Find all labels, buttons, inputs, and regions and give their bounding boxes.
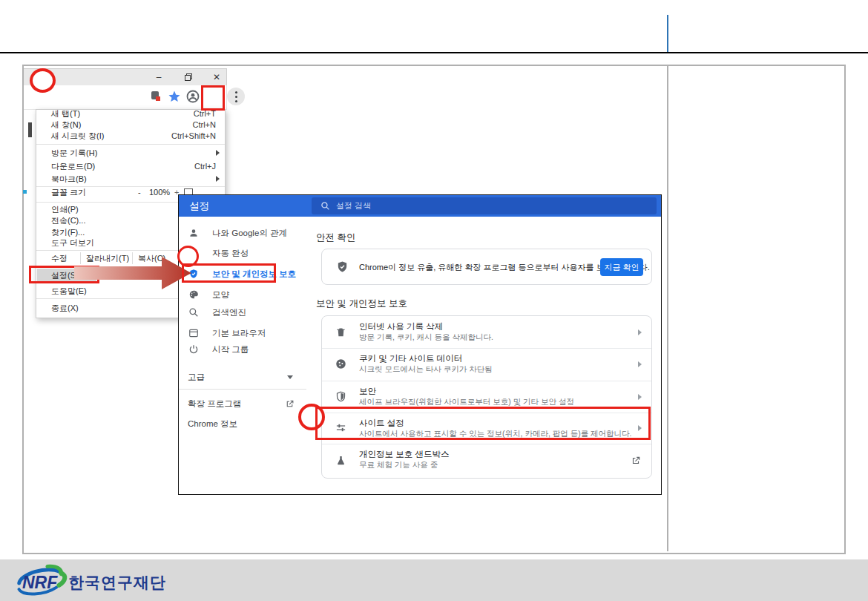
search-icon bbox=[188, 307, 199, 318]
header-rule bbox=[0, 52, 868, 53]
safety-check-heading: 안전 확인 bbox=[316, 231, 355, 244]
privacy-card: 인터넷 사용 기록 삭제 방문 기록, 쿠키, 캐시 등을 삭제합니다. 쿠키 … bbox=[321, 315, 652, 479]
flag-badge-icon[interactable] bbox=[149, 90, 162, 103]
sidebar-item-extensions[interactable]: 확장 프로그램 bbox=[179, 395, 312, 412]
menu-item-downloads[interactable]: 다운로드(D) Ctrl+J bbox=[36, 160, 225, 172]
cookie-icon bbox=[335, 358, 347, 370]
sidebar-item-search-engine[interactable]: 검색엔진 bbox=[179, 304, 312, 321]
external-link-icon bbox=[631, 456, 641, 469]
flask-icon bbox=[335, 455, 347, 467]
restore-button[interactable] bbox=[183, 71, 194, 83]
sidebar-item-on-startup[interactable]: 시작 그룹 bbox=[179, 341, 312, 358]
minimize-button[interactable]: – bbox=[153, 71, 165, 83]
privacy-heading: 보안 및 개인정보 보호 bbox=[316, 298, 407, 310]
sidebar-item-you-and-google[interactable]: 나와 Google의 관계 bbox=[179, 225, 312, 241]
row-privacy-sandbox[interactable]: 개인정보 보호 샌드박스 무료 체험 기능 사용 중 bbox=[322, 444, 651, 478]
avatar-icon[interactable] bbox=[186, 90, 200, 103]
menu-item-bookmarks[interactable]: 북마크(B) bbox=[36, 173, 225, 185]
sidebar-item-appearance[interactable]: 모양 bbox=[179, 286, 312, 303]
annotation-circle-window bbox=[30, 68, 56, 93]
settings-header: 설정 설정 검색 bbox=[179, 195, 661, 217]
search-icon bbox=[320, 201, 330, 211]
content-divider-vline bbox=[667, 66, 668, 551]
restore-icon bbox=[185, 73, 192, 81]
chevron-down-icon bbox=[287, 375, 293, 379]
footer-bar: NRF 한국연구재단 bbox=[0, 559, 868, 601]
chevron-right-icon bbox=[638, 329, 642, 335]
bullet-dot bbox=[23, 190, 27, 194]
svg-text:NRF: NRF bbox=[22, 573, 58, 592]
nrf-logo: NRF bbox=[12, 562, 68, 600]
shield-check-icon bbox=[336, 260, 349, 276]
settings-search-input[interactable]: 설정 검색 bbox=[312, 197, 657, 214]
trash-icon bbox=[335, 326, 347, 338]
browser-icon bbox=[188, 328, 199, 338]
footer-org-name: 한국연구재단 bbox=[68, 572, 166, 593]
close-button[interactable]: ✕ bbox=[211, 71, 223, 83]
zoom-out-button[interactable]: - bbox=[138, 186, 141, 198]
annotation-arrow bbox=[74, 257, 191, 289]
submenu-arrow-icon bbox=[216, 150, 220, 156]
menu-item-new-window[interactable]: 새 창(N) Ctrl+N bbox=[36, 119, 225, 131]
bookmark-star-icon[interactable] bbox=[168, 90, 181, 103]
zoom-level: 100% bbox=[149, 186, 170, 198]
palette-icon bbox=[188, 289, 199, 300]
chevron-right-icon bbox=[638, 394, 642, 400]
menu-separator bbox=[36, 144, 225, 145]
person-icon bbox=[188, 228, 199, 238]
external-link-icon bbox=[285, 398, 295, 412]
power-icon bbox=[188, 344, 199, 355]
menu-item-new-tab[interactable]: 새 탭(T) Ctrl+T bbox=[36, 108, 225, 119]
cursor-tick bbox=[28, 122, 32, 137]
header-divider-vline bbox=[667, 15, 668, 52]
safety-check-card: Chrome이 정보 유출, 유해한 확장 프로그램 등으로부터 사용자를 보호… bbox=[321, 249, 652, 285]
annotation-box-kebab-menu bbox=[201, 85, 225, 111]
annotation-box-site-settings bbox=[315, 407, 651, 440]
sidebar-item-autofill[interactable]: 자동 완성 bbox=[179, 245, 312, 261]
sidebar-item-default-browser[interactable]: 기본 브라우저 bbox=[179, 325, 312, 341]
kebab-menu-icon[interactable] bbox=[227, 88, 245, 105]
shield-outline-icon bbox=[335, 391, 347, 403]
menu-item-history[interactable]: 방문 기록(H) bbox=[36, 147, 225, 159]
chevron-right-icon bbox=[638, 361, 642, 367]
chrome-toolbar bbox=[24, 85, 227, 110]
kebab-dots bbox=[235, 96, 237, 98]
sidebar-item-advanced[interactable]: 고급 bbox=[179, 369, 312, 385]
annotation-box-privacy-sidebar bbox=[182, 263, 276, 283]
row-cookies[interactable]: 쿠키 및 기타 사이트 데이터 시크릿 모드에서는 타사 쿠키가 차단됨 bbox=[322, 348, 651, 381]
slide: – ✕ bbox=[0, 0, 868, 601]
sidebar-divider bbox=[179, 389, 306, 390]
settings-title: 설정 bbox=[189, 195, 209, 217]
row-clear-browsing-data[interactable]: 인터넷 사용 기록 삭제 방문 기록, 쿠키, 캐시 등을 삭제합니다. bbox=[322, 316, 651, 348]
settings-window: 설정 설정 검색 나와 Google의 관계 자동 완성 bbox=[178, 194, 662, 495]
menu-item-incognito[interactable]: 새 시크릿 창(I) Ctrl+Shift+N bbox=[36, 130, 225, 142]
check-now-button[interactable]: 지금 확인 bbox=[600, 258, 643, 276]
submenu-arrow-icon bbox=[216, 176, 220, 182]
sidebar-item-about-chrome[interactable]: Chrome 정보 bbox=[179, 416, 312, 432]
